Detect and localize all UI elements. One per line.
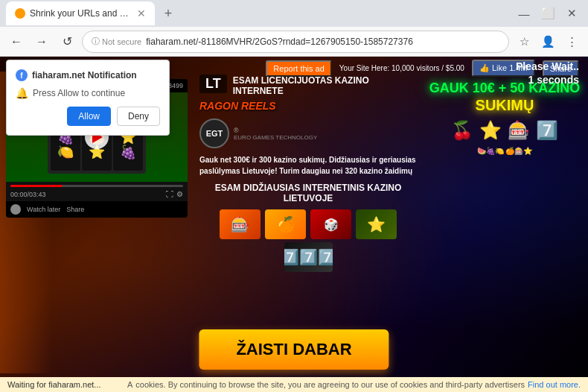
video-controls: 00:00/03:43 ⛶ ⚙ [6, 182, 188, 201]
bonus-sym-3: 🎰 [508, 120, 530, 141]
menu-button[interactable]: ⋮ [561, 31, 582, 52]
browser-tab[interactable]: Shrink your URLs and get paid! ✕ [6, 1, 155, 25]
share-video-button[interactable]: Share [66, 204, 84, 215]
not-secure-label: Not secure [102, 37, 141, 46]
please-wait-line2: 1 seconds [516, 73, 579, 86]
game-icon-3[interactable]: 🎲 [310, 209, 351, 239]
close-window-button[interactable]: ✕ [561, 3, 582, 24]
egt-logo: EGT ® EURO GAMES TECHNOLOGY [199, 118, 417, 148]
game-icon-1[interactable]: 🎰 [220, 209, 261, 239]
video-progress-fill [10, 185, 63, 187]
fullscreen-icon[interactable]: ⛶ [166, 190, 173, 198]
esam-title-2: LIETUVOJE [199, 193, 417, 203]
slot-display-2: 🍊🎰⭐ [505, 147, 532, 155]
video-bottom: 00:00/03:43 ⛶ ⚙ [10, 190, 183, 198]
dragon-banner: RAGON REELS [199, 99, 417, 113]
game-icon-5-symbol: 7️⃣7️⃣7️⃣ [284, 248, 333, 266]
restore-button[interactable]: ⬜ [537, 3, 558, 24]
bell-icon: 🔔 [16, 87, 28, 99]
game-icon-5[interactable]: 7️⃣7️⃣7️⃣ [284, 242, 333, 272]
egt-trademark: ® [234, 127, 317, 134]
find-out-more-link[interactable]: Find out more. [528, 380, 581, 389]
navigation-bar: ← → ↺ ⓘ Not secure fiaharam.net/-81186MV… [0, 27, 588, 57]
status-bar: Waiting for fiaharam.net... A cookies. B… [0, 377, 588, 392]
game-icon-4[interactable]: ⭐ [356, 209, 397, 239]
video-actions: Watch later Share [6, 201, 188, 218]
browser-frame: Shrink your URLs and get paid! ✕ + — ⬜ ✕… [0, 0, 588, 392]
back-button[interactable]: ← [6, 31, 27, 52]
game-icon-1-symbol: 🎰 [231, 215, 249, 233]
page-content: f fiaharam.net Notification 🔔 Press Allo… [0, 57, 588, 392]
game-icon-4-symbol: ⭐ [367, 215, 386, 233]
game-icons-row: 🎰 🍊 🎲 ⭐ [199, 209, 417, 239]
bonus-title-2: SUKIMŲ [427, 97, 582, 114]
channel-avatar [10, 204, 21, 215]
bonus-offer: GAUK 10€ + 50 KAZINO SUKIMŲ 🍒 ⭐ 🎰 7️⃣ 🍉🍇… [427, 80, 582, 155]
new-tab-icon: + [164, 6, 173, 22]
game-icon-2[interactable]: 🍊 [265, 209, 306, 239]
not-secure-indicator: ⓘ Not secure [92, 36, 141, 47]
notif-body: 🔔 Press Allow to continue [16, 87, 160, 99]
game-icon-3-symbol: 🎲 [324, 218, 339, 232]
dragon-text: RAGON REELS [199, 100, 276, 112]
settings-icon[interactable]: ⚙ [176, 190, 183, 198]
watch-later-button[interactable]: Watch later [27, 204, 60, 215]
cookie-text: cookies. By continuing to browse the sit… [135, 380, 525, 389]
game-icons-row-2: 7️⃣7️⃣7️⃣ [199, 242, 417, 272]
cta-section: ŽAISTI DABAR [199, 329, 389, 370]
slots-display: 🍉🍇🍋 🍊🎰⭐ [427, 147, 582, 155]
notification-popup: f fiaharam.net Notification 🔔 Press Allo… [6, 60, 170, 136]
url-text: fiaharam.net/-81186MVHR/2GoS?rndad=12679… [146, 37, 499, 47]
bookmark-button[interactable]: ☆ [514, 31, 534, 52]
esam-title-1: ESAM DIDŽIAUSIAS INTERNETINIS KAZINO [199, 183, 417, 193]
deny-button[interactable]: Deny [117, 107, 160, 126]
lock-icon: ⓘ [92, 36, 100, 47]
tab-title: Shrink your URLs and get paid! [30, 8, 132, 19]
notif-header: f fiaharam.net Notification [16, 69, 160, 81]
video-timestamp: 00:00/03:43 [10, 191, 46, 198]
address-bar[interactable]: ⓘ Not secure fiaharam.net/-81186MVHR/2Go… [82, 31, 509, 53]
status-waiting-text: Waiting for fiaharam.net... [7, 380, 101, 389]
please-wait-line1: Please Wait.. [516, 60, 579, 73]
cta-play-button[interactable]: ŽAISTI DABAR [199, 329, 389, 370]
bonus-sym-2: ⭐ [479, 120, 502, 141]
new-tab-button[interactable]: + [158, 3, 179, 24]
tab-close-button[interactable]: ✕ [137, 7, 146, 19]
tab-bar: Shrink your URLs and get paid! ✕ + — ⬜ ✕ [0, 0, 588, 27]
notif-message: Press Allow to continue [33, 88, 125, 98]
tab-favicon [15, 8, 25, 19]
minimize-button[interactable]: — [514, 3, 534, 24]
game-icon-2-symbol: 🍊 [276, 215, 295, 233]
notif-title: fiaharam.net Notification [32, 70, 137, 80]
casino-right-section: GAUK 10€ + 50 KAZINO SUKIMŲ 🍒 ⭐ 🎰 7️⃣ 🍉🍇… [424, 57, 588, 392]
slot-symbol: 🍋 [57, 145, 74, 159]
notif-site-icon: f [16, 69, 28, 81]
video-icons: ⛶ ⚙ [166, 190, 183, 198]
promo-text: Gauk net 300€ ir 300 kazino sukimų. Didž… [199, 154, 417, 177]
please-wait-box: Please Wait.. 1 seconds [516, 60, 579, 86]
refresh-button[interactable]: ↺ [57, 31, 77, 52]
bonus-sym-1: 🍒 [451, 120, 473, 141]
bonus-symbols: 🍒 ⭐ 🎰 7️⃣ [427, 120, 582, 141]
video-progress-bar[interactable] [10, 185, 183, 187]
egt-full-name: EURO GAMES TECHNOLOGY [234, 134, 317, 141]
your-site-text: Your Site Here: 10,000 visitors / $5.00 [339, 64, 464, 72]
cookie-prefix: A [127, 380, 132, 389]
forward-button[interactable]: → [31, 31, 52, 52]
slot-display-1: 🍉🍇🍋 [477, 147, 504, 155]
egt-circle: EGT [199, 118, 229, 148]
notif-buttons: Allow Deny [16, 107, 160, 126]
allow-button[interactable]: Allow [67, 107, 111, 126]
profile-button[interactable]: 👤 [537, 31, 558, 52]
report-ad-button[interactable]: Report this ad [266, 60, 331, 77]
slot-symbol: 🍇 [120, 145, 136, 159]
nav-right-buttons: ☆ 👤 ⋮ [514, 31, 582, 52]
bonus-sym-4: 7️⃣ [536, 120, 558, 141]
egt-info: ® EURO GAMES TECHNOLOGY [234, 127, 317, 141]
